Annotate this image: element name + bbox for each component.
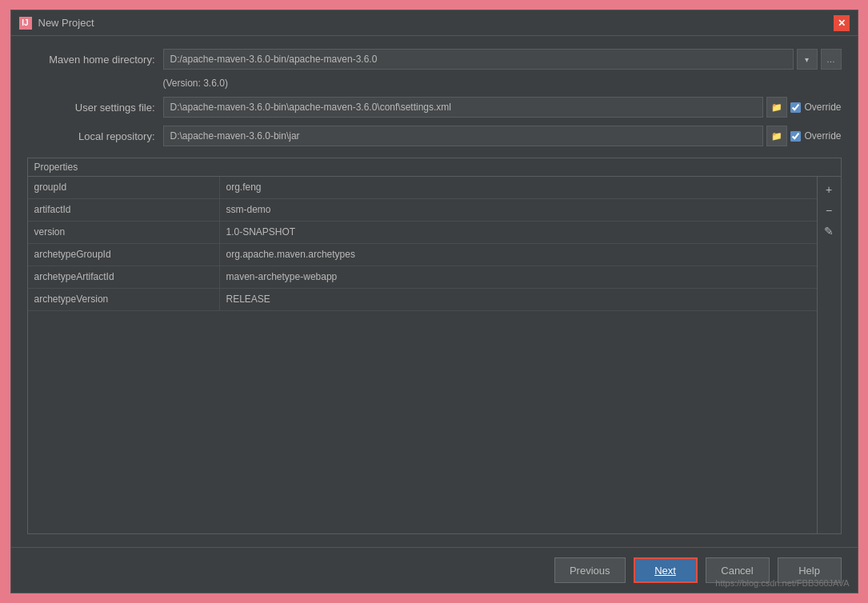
user-settings-override-check[interactable] — [790, 102, 801, 113]
maven-home-row: Maven home directory: ▾ … — [27, 49, 842, 70]
local-repo-input-group: 📁 Override — [163, 126, 842, 146]
user-settings-input[interactable] — [163, 97, 764, 118]
props-actions: + − ✎ — [817, 177, 841, 533]
properties-header: Properties — [28, 158, 841, 177]
local-repo-override-label: Override — [804, 130, 841, 142]
user-settings-override-group: Override — [790, 102, 841, 113]
prop-key: groupId — [28, 177, 220, 198]
props-main: groupId org.feng artifactId ssm-demo ver… — [28, 177, 817, 533]
next-button[interactable]: Next — [634, 557, 698, 583]
version-text: (Version: 3.6.0) — [163, 78, 228, 89]
dialog-content: Maven home directory: ▾ … (Version: 3.6.… — [11, 36, 858, 547]
local-repo-override-check[interactable] — [790, 131, 801, 142]
props-grid: groupId org.feng artifactId ssm-demo ver… — [28, 177, 817, 311]
prop-key: version — [28, 222, 220, 243]
prop-key: artifactId — [28, 199, 220, 221]
local-repo-label: Local repository: — [27, 130, 155, 142]
table-row[interactable]: archetypeVersion RELEASE — [28, 289, 817, 311]
prop-value: org.feng — [220, 177, 817, 198]
maven-home-input-group: ▾ … — [163, 49, 842, 70]
add-property-btn[interactable]: + — [819, 180, 838, 199]
maven-home-browse-btn[interactable]: … — [821, 49, 842, 70]
user-settings-override-label: Override — [804, 102, 841, 113]
maven-home-input[interactable] — [163, 49, 794, 70]
properties-section: Properties groupId org.feng artifactId s… — [27, 158, 842, 534]
prop-value: 1.0-SNAPSHOT — [220, 222, 817, 243]
prop-key: archetypeGroupId — [28, 244, 220, 266]
watermark: https://blog.csdn.net/FBB360JAVA — [715, 578, 849, 588]
local-repo-row: Local repository: 📁 Override — [27, 126, 842, 146]
table-row[interactable]: artifactId ssm-demo — [28, 199, 817, 222]
prop-value: org.apache.maven.archetypes — [220, 244, 817, 266]
app-icon: IJ — [19, 17, 32, 30]
version-row: (Version: 3.6.0) — [27, 78, 842, 89]
remove-property-btn[interactable]: − — [819, 201, 838, 220]
table-row[interactable]: archetypeArtifactId maven-archetype-weba… — [28, 266, 817, 289]
user-settings-row: User settings file: 📁 Override — [27, 97, 842, 118]
local-repo-browse-btn[interactable]: 📁 — [766, 126, 787, 146]
prop-key: archetypeArtifactId — [28, 266, 220, 288]
edit-property-btn[interactable]: ✎ — [819, 222, 838, 241]
table-row[interactable]: version 1.0-SNAPSHOT — [28, 222, 817, 244]
prop-value: ssm-demo — [220, 199, 817, 221]
table-row[interactable]: groupId org.feng — [28, 177, 817, 199]
title-bar: IJ New Project ✕ — [11, 10, 858, 36]
close-button[interactable]: ✕ — [834, 15, 850, 31]
user-settings-browse-btn[interactable]: 📁 — [766, 97, 787, 118]
prop-key: archetypeVersion — [28, 289, 220, 310]
user-settings-label: User settings file: — [27, 102, 155, 114]
maven-home-label: Maven home directory: — [27, 54, 155, 66]
table-row[interactable]: archetypeGroupId org.apache.maven.archet… — [28, 244, 817, 266]
maven-home-dropdown-btn[interactable]: ▾ — [797, 49, 818, 70]
properties-table-wrapper: groupId org.feng artifactId ssm-demo ver… — [28, 177, 841, 533]
prop-value: maven-archetype-webapp — [220, 266, 817, 288]
local-repo-input[interactable] — [163, 126, 764, 146]
user-settings-input-group: 📁 Override — [163, 97, 842, 118]
local-repo-override-group: Override — [790, 130, 841, 142]
dialog-title: New Project — [38, 17, 94, 29]
new-project-dialog: IJ New Project ✕ Maven home directory: ▾… — [10, 10, 858, 593]
title-bar-left: IJ New Project — [19, 17, 94, 30]
prop-value: RELEASE — [220, 289, 817, 310]
previous-button[interactable]: Previous — [554, 557, 626, 583]
